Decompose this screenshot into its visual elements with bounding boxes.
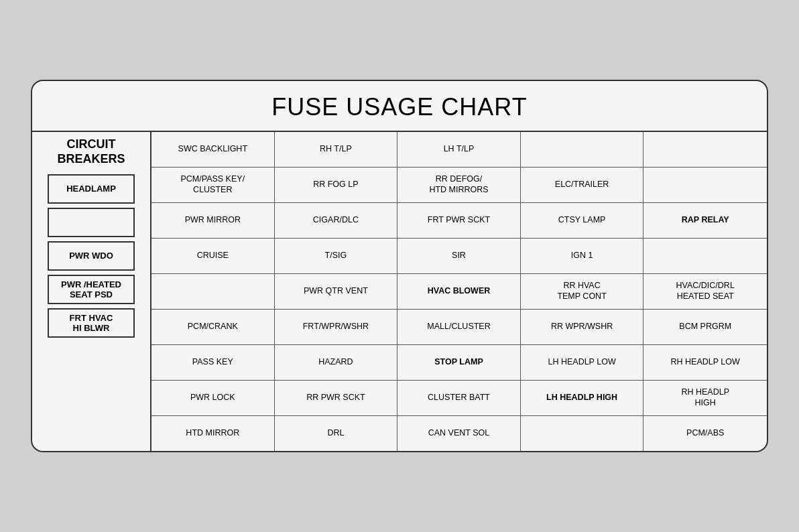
grid-cell-2-1: CIGAR/DLC [275,203,398,238]
grid-row-6: PASS KEYHAZARDSTOP LAMPLH HEADLP LOWRH H… [151,345,767,381]
grid-cell-4-0 [151,274,275,309]
grid-cell-2-0: PWR MIRROR [151,203,275,238]
grid-cell-5-0: PCM/CRANK [151,310,275,344]
grid-cell-7-1: RR PWR SCKT [275,381,398,415]
cb-pwr-heated-seat: PWR /HEATEDSEAT PSD [48,275,135,304]
grid-row-3: CRUISET/SIGSIRIGN 1 [151,239,767,274]
chart-body: CIRCUITBREAKERS HEADLAMP PWR WDO PWR /HE… [32,132,767,451]
grid-cell-7-3: LH HEADLP HIGH [521,381,644,415]
grid-row-0: SWC BACKLIGHTRH T/LPLH T/LP [151,132,767,168]
grid-cell-5-3: RR WPR/WSHR [521,310,644,344]
grid-cell-6-1: HAZARD [275,345,398,380]
grid-row-7: PWR LOCKRR PWR SCKTCLUSTER BATTLH HEADLP… [151,381,767,416]
grid-cell-1-1: RR FOG LP [275,168,398,202]
grid-cell-3-3: IGN 1 [521,239,644,273]
grid-cell-5-1: FRT/WPR/WSHR [275,310,398,344]
grid-cell-4-1: PWR QTR VENT [275,274,398,309]
grid-cell-1-4 [643,168,767,202]
fuse-usage-chart: FUSE USAGE CHART CIRCUITBREAKERS HEADLAM… [31,80,768,452]
grid-cell-3-4 [643,239,767,273]
cb-pwr-wdo: PWR WDO [48,241,135,271]
grid-cell-1-2: RR DEFOG/HTD MIRRORS [397,168,521,202]
cb-frt-hvac: FRT HVACHI BLWR [48,308,135,338]
grid-cell-0-0: SWC BACKLIGHT [151,132,275,167]
grid-row-8: HTD MIRRORDRLCAN VENT SOLPCM/ABS [151,416,767,451]
grid-row-2: PWR MIRRORCIGAR/DLCFRT PWR SCKTCTSY LAMP… [151,203,767,239]
grid-cell-8-2: CAN VENT SOL [397,416,521,451]
grid-row-4: PWR QTR VENTHVAC BLOWERRR HVACTEMP CONTH… [151,274,767,310]
grid-cell-5-2: MALL/CLUSTER [397,310,521,344]
chart-title: FUSE USAGE CHART [32,81,767,132]
grid-cell-6-0: PASS KEY [151,345,275,380]
cb-headlamp: HEADLAMP [48,174,135,204]
left-column: CIRCUITBREAKERS HEADLAMP PWR WDO PWR /HE… [32,132,151,451]
grid-cell-8-0: HTD MIRROR [151,416,275,451]
grid-cell-1-3: ELC/TRAILER [521,168,644,202]
circuit-breakers-header: CIRCUITBREAKERS [57,137,125,166]
grid-cell-6-3: LH HEADLP LOW [521,345,644,380]
grid-cell-3-1: T/SIG [275,239,398,273]
grid-cell-2-4: RAP RELAY [643,203,767,238]
grid-cell-6-2: STOP LAMP [397,345,521,380]
grid: SWC BACKLIGHTRH T/LPLH T/LPPCM/PASS KEY/… [151,132,767,451]
grid-cell-1-0: PCM/PASS KEY/CLUSTER [151,168,275,202]
grid-cell-8-1: DRL [275,416,398,451]
grid-row-1: PCM/PASS KEY/CLUSTERRR FOG LPRR DEFOG/HT… [151,168,767,203]
grid-cell-4-3: RR HVACTEMP CONT [521,274,644,309]
grid-cell-4-4: HVAC/DIC/DRLHEATED SEAT [643,274,767,309]
grid-cell-0-4 [643,132,767,167]
grid-cell-0-3 [521,132,644,167]
grid-cell-0-2: LH T/LP [397,132,521,167]
grid-cell-3-0: CRUISE [151,239,275,273]
grid-cell-7-0: PWR LOCK [151,381,275,415]
grid-cell-8-4: PCM/ABS [643,416,767,451]
grid-cell-8-3 [521,416,644,451]
grid-cell-5-4: BCM PRGRM [643,310,767,344]
grid-cell-7-2: CLUSTER BATT [397,381,521,415]
grid-cell-2-3: CTSY LAMP [521,203,644,238]
cb-empty [48,208,135,237]
grid-cell-6-4: RH HEADLP LOW [643,345,767,380]
grid-cell-3-2: SIR [397,239,521,273]
grid-cell-7-4: RH HEADLPHIGH [643,381,767,415]
grid-row-5: PCM/CRANKFRT/WPR/WSHRMALL/CLUSTERRR WPR/… [151,310,767,345]
grid-cell-4-2: HVAC BLOWER [397,274,521,309]
grid-cell-0-1: RH T/LP [275,132,398,167]
grid-cell-2-2: FRT PWR SCKT [397,203,521,238]
